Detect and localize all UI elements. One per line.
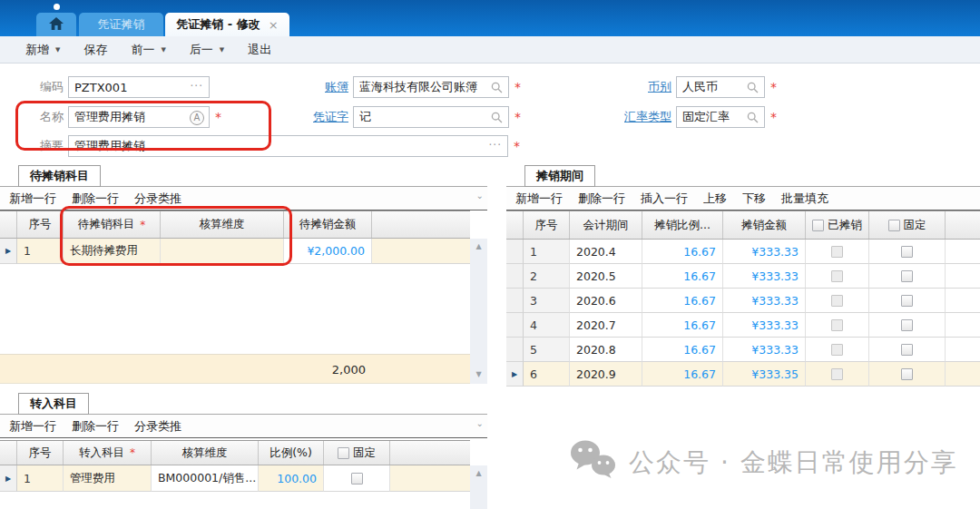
new-button[interactable]: 新增 ▼ <box>25 42 60 58</box>
rate-type-input[interactable]: 固定汇率 <box>676 106 765 128</box>
tab-voucher-amortization-edit[interactable]: 凭证摊销 - 修改 × <box>165 13 289 36</box>
checkbox[interactable] <box>888 220 900 231</box>
chevron-down-icon[interactable]: ▼ <box>220 46 224 54</box>
column-header-seq[interactable]: 序号 <box>17 211 64 238</box>
currency-input[interactable]: 人民币 <box>676 76 765 98</box>
table-row[interactable]: ▶ 5 2020.8 16.67 ¥333.33 <box>506 338 980 362</box>
grid-toolbar-item[interactable]: 新增一行 <box>9 191 56 207</box>
book-label[interactable]: 账簿 <box>283 79 348 95</box>
search-icon[interactable] <box>490 111 504 124</box>
period-cell[interactable]: 2020.4 <box>570 240 642 264</box>
amortized-checkbox[interactable] <box>831 246 843 258</box>
period-cell[interactable]: 2020.5 <box>570 264 642 289</box>
column-header-ratio[interactable]: 摊销比例... <box>642 211 723 239</box>
column-header-period[interactable]: 会计期间 <box>570 211 642 239</box>
period-cell[interactable]: 2020.8 <box>570 338 642 362</box>
amortized-checkbox[interactable] <box>831 344 843 356</box>
column-header-amount[interactable]: 摊销金额 <box>723 211 806 239</box>
column-header-ratio[interactable]: 比例(%) <box>259 441 324 465</box>
table-row[interactable]: ▶ 2 2020.5 16.67 ¥333.33 <box>506 264 980 289</box>
amount-cell[interactable]: ¥333.33 <box>723 264 806 289</box>
table-row[interactable]: ▶ 3 2020.6 16.67 ¥333.33 <box>506 289 980 313</box>
grid-toolbar-item[interactable]: 新增一行 <box>515 191 563 207</box>
scroll-down-icon[interactable]: ▼ <box>470 370 487 378</box>
grid-toolbar-item[interactable]: 上移 <box>703 191 727 207</box>
table-row[interactable]: ▶ 1 长期待摊费用 ¥2,000.00 <box>0 239 470 264</box>
voucher-word-input[interactable]: 记 <box>353 106 509 128</box>
grid-toolbar-item[interactable]: 删除一行 <box>72 191 119 207</box>
ratio-cell[interactable]: 16.67 <box>642 362 723 387</box>
grid-toolbar-item[interactable]: 新增一行 <box>9 418 56 435</box>
scroll-up-icon[interactable]: ▲ <box>470 469 487 477</box>
name-input[interactable]: 管理费用摊销 A <box>68 106 210 128</box>
currency-label[interactable]: 币别 <box>599 79 671 95</box>
pending-scrollbar[interactable]: ▲ ▼ <box>470 239 487 384</box>
close-icon[interactable]: × <box>269 18 279 32</box>
fixed-checkbox[interactable] <box>901 246 913 258</box>
grid-toolbar-item[interactable]: 批量填充 <box>781 191 828 207</box>
rate-type-label[interactable]: 汇率类型 <box>599 109 671 125</box>
chevron-down-icon[interactable]: ▼ <box>161 46 165 54</box>
subject-cell[interactable]: 管理费用 <box>64 465 152 492</box>
column-header-seq[interactable]: 序号 <box>524 211 570 239</box>
grid-toolbar-item[interactable]: 插入一行 <box>641 191 688 207</box>
amount-cell[interactable]: ¥333.35 <box>723 362 806 387</box>
tab-home[interactable] <box>36 13 76 36</box>
fixed-checkbox[interactable] <box>901 368 913 380</box>
amount-cell[interactable]: ¥333.33 <box>723 240 806 264</box>
tab-voucher-amortization[interactable]: 凭证摊销 <box>79 13 163 36</box>
summary-input[interactable]: 管理费用摊销 ··· <box>68 135 508 157</box>
column-header-subject[interactable]: 转入科目* <box>64 441 152 465</box>
chevron-down-icon[interactable]: ▼ <box>55 46 60 54</box>
ratio-cell[interactable]: 100.00 <box>259 465 324 492</box>
search-icon[interactable] <box>490 81 504 94</box>
amount-cell[interactable]: ¥333.33 <box>723 338 806 362</box>
dimension-cell[interactable] <box>161 239 284 264</box>
next-button[interactable]: 后一 ▼ <box>190 42 224 58</box>
toolbar-more-icon[interactable]: ⌄ <box>476 191 484 201</box>
dimension-cell[interactable]: BM000001/销售... <box>152 465 259 492</box>
fixed-checkbox[interactable] <box>901 270 913 282</box>
column-header-dimension[interactable]: 核算维度 <box>152 441 259 465</box>
table-row[interactable]: ▶ 4 2020.7 16.67 ¥333.33 <box>506 313 980 338</box>
period-cell[interactable]: 2020.7 <box>570 313 642 338</box>
pending-panel-tab[interactable]: 待摊销科目 <box>18 165 101 187</box>
column-header-dimension[interactable]: 核算维度 <box>161 211 284 238</box>
fixed-checkbox[interactable] <box>901 319 913 331</box>
voucher-word-label[interactable]: 凭证字 <box>283 109 348 125</box>
book-input[interactable]: 蓝海科技有限公司账簿 <box>353 76 509 98</box>
search-icon[interactable] <box>746 81 760 94</box>
period-cell[interactable]: 2020.6 <box>570 289 642 313</box>
amount-cell[interactable]: ¥333.33 <box>723 289 806 313</box>
scroll-up-icon[interactable]: ▲ <box>470 242 487 250</box>
column-header-amortized[interactable]: 已摊销 <box>806 211 869 239</box>
code-input[interactable]: PZTX001 ··· <box>68 76 210 98</box>
save-button[interactable]: 保存 <box>83 42 107 58</box>
grid-toolbar-item[interactable]: 删除一行 <box>578 191 625 207</box>
checkbox[interactable] <box>338 447 349 459</box>
search-icon[interactable] <box>746 111 760 124</box>
column-header-seq[interactable]: 序号 <box>17 441 64 465</box>
transfer-scrollbar[interactable]: ▲ <box>470 465 487 509</box>
transfer-panel-tab[interactable]: 转入科目 <box>18 393 89 415</box>
toolbar-more-icon[interactable]: ⌄ <box>476 418 484 428</box>
table-row[interactable]: ▶ 1 2020.4 16.67 ¥333.33 <box>506 240 980 264</box>
grid-toolbar-item[interactable]: 分录类推 <box>134 418 181 435</box>
amortized-checkbox[interactable] <box>831 319 843 331</box>
table-row[interactable]: ▶ 1 管理费用 BM000001/销售... 100.00 <box>0 465 470 492</box>
column-header-amount[interactable]: 待摊销金额 <box>284 211 372 238</box>
period-panel-tab[interactable]: 摊销期间 <box>524 165 595 187</box>
table-row[interactable]: ▶ 6 2020.9 16.67 ¥333.35 <box>506 362 980 387</box>
ellipsis-picker-icon[interactable]: ··· <box>191 77 203 97</box>
grid-toolbar-item[interactable]: 分录类推 <box>134 191 181 207</box>
ratio-cell[interactable]: 16.67 <box>642 264 723 289</box>
ratio-cell[interactable]: 16.67 <box>642 313 723 338</box>
checkbox[interactable] <box>812 220 824 231</box>
column-header-fixed[interactable]: 固定 <box>869 211 946 239</box>
ratio-cell[interactable]: 16.67 <box>642 289 723 313</box>
amount-cell[interactable]: ¥2,000.00 <box>284 239 372 264</box>
fixed-checkbox[interactable] <box>351 473 363 485</box>
grid-toolbar-item[interactable]: 删除一行 <box>72 418 119 435</box>
amortized-checkbox[interactable] <box>831 368 843 380</box>
fixed-checkbox[interactable] <box>901 344 913 356</box>
